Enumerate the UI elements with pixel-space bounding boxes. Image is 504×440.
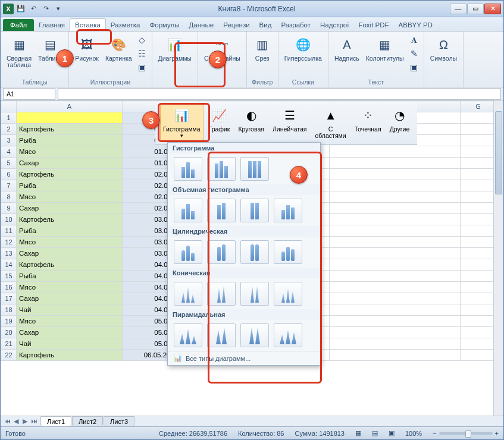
row-header[interactable]: 20 [1,327,17,338]
tab-formulas[interactable]: Формулы [145,19,184,31]
zoom-level[interactable]: 100% [405,430,422,437]
chart-cone-100-stacked[interactable] [240,282,269,306]
chart-pyr-100-stacked[interactable] [240,323,269,347]
save-icon[interactable]: 💾 [15,4,26,14]
screenshot-icon[interactable]: ▣ [136,61,149,74]
histogram-button[interactable]: 📊Гистограмма▾ [160,104,204,141]
cell[interactable]: Сахар [17,293,123,304]
tab-file[interactable]: Файл [3,19,34,31]
col-header-g[interactable]: G [461,101,496,112]
cell[interactable]: Рыба [17,225,123,237]
sigline-icon[interactable]: ✎ [408,47,421,60]
chart-cyl-3d[interactable] [274,240,302,264]
row-header[interactable]: 22 [1,350,17,361]
line-chart-button[interactable]: 📈График [206,104,233,141]
area-chart-button[interactable]: ▲С областями [312,104,349,141]
minimize-button[interactable]: — [450,4,467,14]
tab-review[interactable]: Рецензи [218,19,254,31]
cell[interactable]: Картофель [17,169,123,180]
tab-data[interactable]: Данные [184,19,219,31]
tab-layout[interactable]: Разметка [106,19,145,31]
col-header-a[interactable]: A [17,101,123,112]
clipart-button[interactable]: 🎨Картинка [102,33,135,74]
chart-pyr-stacked[interactable] [207,323,236,347]
undo-icon[interactable]: ↶ [28,4,39,14]
sheet-nav-last[interactable]: ⏭ [30,417,38,425]
cell[interactable]: Мясо [17,237,123,248]
cell[interactable]: Картофель [17,124,123,135]
row-header[interactable]: 7 [1,180,17,191]
charts-button[interactable]: 📊Диаграммы [155,33,195,64]
view-normal-icon[interactable]: ▦ [355,429,361,437]
chart-pyr-3d[interactable] [274,323,302,347]
cell[interactable]: Мясо [17,316,123,327]
row-header[interactable]: 15 [1,271,17,282]
chart-100-stacked-column[interactable] [240,157,269,181]
cell[interactable]: Мясо [17,146,123,158]
chart-clustered-column[interactable] [174,157,202,181]
row-header[interactable]: 4 [1,146,17,158]
zoom-out[interactable]: − [433,430,436,437]
sheet-tab-3[interactable]: Лист3 [104,416,134,426]
tab-view[interactable]: Вид [255,19,277,31]
cell[interactable]: Мясо [17,282,123,293]
chart-cone-clustered[interactable] [174,282,202,306]
select-all[interactable] [1,101,17,112]
row-header[interactable]: 14 [1,259,17,271]
row-header[interactable]: 16 [1,282,17,293]
sheet-nav-prev[interactable]: ◀ [12,417,20,425]
row-header[interactable]: 6 [1,169,17,180]
row-header[interactable]: 17 [1,293,17,304]
picture-button[interactable]: 🖼Рисунок [72,33,102,74]
cell[interactable]: Картофель [17,350,123,361]
name-box[interactable]: A1 [3,88,55,100]
chart-stacked-column[interactable] [207,157,236,181]
row-header[interactable]: 2 [1,124,17,135]
bar-chart-button[interactable]: ☰Линейчатая [270,104,310,141]
header-footer-button[interactable]: ▦Колонтитулы [363,33,407,74]
cell[interactable]: Сахар [17,248,123,259]
scatter-chart-button[interactable]: ⁘Точечная [352,104,384,141]
formula-bar[interactable] [58,88,501,100]
tab-home[interactable]: Главная [34,19,70,31]
cell[interactable]: Картофель [17,214,123,225]
row-header[interactable]: 19 [1,316,17,327]
tab-foxit[interactable]: Foxit PDF [353,19,393,31]
zoom-slider[interactable] [439,432,493,435]
cell[interactable] [17,112,123,124]
pivot-table-button[interactable]: ▦Сводная таблица [4,33,35,70]
row-header[interactable]: 1 [1,112,17,124]
shapes-icon[interactable]: ◇ [136,33,149,46]
redo-icon[interactable]: ↷ [40,4,51,14]
textbox-button[interactable]: AНадпись [331,33,362,74]
sheet-tab-1[interactable]: Лист1 [40,416,71,426]
qat-more-icon[interactable]: ▾ [53,4,64,14]
tab-addins[interactable]: Надстрої [315,19,353,31]
cell[interactable]: Рыба [17,135,123,146]
tab-abbyy[interactable]: ABBYY PD [394,19,437,31]
chart-3d-stacked[interactable] [207,199,236,222]
view-pagebreak-icon[interactable]: ▣ [389,429,395,437]
cell[interactable]: Мясо [17,191,123,203]
sheet-tab-2[interactable]: Лист2 [72,416,103,426]
view-layout-icon[interactable]: ▤ [372,429,378,437]
vertical-scrollbar[interactable] [493,100,503,416]
chart-3d-column[interactable] [274,199,302,222]
cell[interactable]: Чай [17,304,123,316]
chart-cone-3d[interactable] [274,282,302,306]
cell[interactable]: Сахар [17,158,123,169]
cell[interactable]: Рыба [17,271,123,282]
chart-cyl-100-stacked[interactable] [240,240,269,264]
cell[interactable]: Рыба [17,180,123,191]
sheet-nav-first[interactable]: ⏮ [3,417,11,425]
row-header[interactable]: 12 [1,237,17,248]
row-header[interactable]: 8 [1,191,17,203]
other-charts-button[interactable]: ◔Другие [387,104,413,141]
maximize-button[interactable]: ▭ [467,4,484,14]
cell[interactable]: Сахар [17,327,123,338]
cell[interactable]: Чай [17,338,123,350]
smartart-icon[interactable]: ☷ [136,47,149,60]
sheet-nav-next[interactable]: ▶ [21,417,29,425]
row-header[interactable]: 5 [1,158,17,169]
pie-chart-button[interactable]: ◐Круговая [235,104,267,141]
